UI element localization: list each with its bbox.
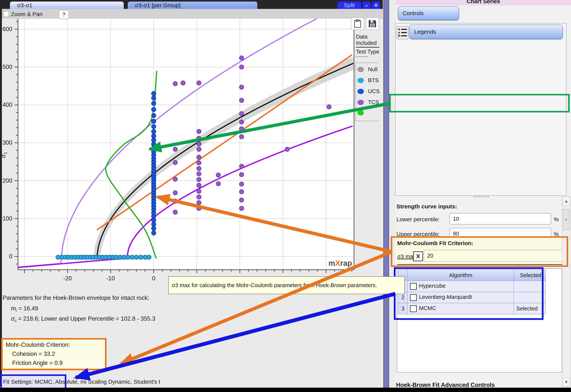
plus-label: + — [374, 1, 378, 9]
legend-title: Data Included Test Type — [356, 34, 379, 57]
svg-text:400: 400 — [2, 101, 12, 108]
zoom-pan-checkbox[interactable] — [3, 11, 9, 17]
help-button[interactable]: ? — [59, 10, 69, 19]
legend-item-blank — [357, 110, 368, 115]
mi-value: mi = 16.49 — [11, 305, 38, 313]
chart-toolbar — [0, 9, 383, 19]
split-decrease-button[interactable]: - — [362, 1, 371, 9]
legend-color-dot — [357, 67, 364, 72]
legend-color-dot — [357, 100, 364, 105]
mxrap-watermark: mXrap — [329, 259, 352, 267]
svg-text:-20: -20 — [63, 275, 72, 282]
legends-button[interactable]: Legends — [409, 25, 563, 39]
sigma3-sigma1-plot[interactable]: -20-1000100200300400500600σ3σ1 — [0, 9, 383, 304]
lower-percentile-label: Lower percentile: — [396, 216, 440, 223]
controls-button[interactable]: Controls — [398, 6, 459, 20]
svg-text:0: 0 — [9, 253, 12, 260]
tab-label: σ3-σ1 [per Group] — [135, 2, 180, 9]
lower-percentile-input[interactable]: 10 — [450, 213, 551, 224]
splitter-dots[interactable] — [474, 196, 489, 198]
split-button[interactable]: Split — [337, 1, 361, 9]
legend-color-dot — [357, 78, 364, 83]
copy-chart-button[interactable] — [351, 17, 364, 30]
save-icon — [368, 19, 376, 28]
cohesion-value: Cohesion = 33.2 — [12, 350, 105, 357]
svg-text:100: 100 — [2, 215, 12, 222]
legends-list-button[interactable] — [396, 26, 409, 39]
sigc-value: σc = 218.6; Lower and Upper Percentile =… — [11, 315, 155, 323]
svg-text:600: 600 — [2, 26, 12, 32]
legends-label: Legends — [414, 28, 436, 35]
fit-settings-text: Fit Settings: MCMC, Absolute, mi Scaling… — [3, 378, 160, 385]
help-label: ? — [62, 12, 65, 18]
chart-series-header: Chart Series — [396, 0, 571, 5]
tab-label: σ3-σ1 — [17, 2, 32, 9]
sigma3max-tooltip: σ3 max for calculating the Mohr-Coulomb … — [168, 276, 405, 294]
list-icon — [398, 28, 407, 38]
legend-item-bts: BTS — [357, 77, 379, 84]
hb-params-title: Parameters for the Hoek-Brown envelope f… — [3, 294, 149, 301]
split-label: Split — [344, 2, 355, 9]
save-chart-button[interactable] — [366, 17, 379, 30]
tab-s3-s1[interactable]: σ3-σ1 — [10, 1, 124, 9]
legend-item-ucs: UCS — [357, 88, 380, 95]
scroll-up-button[interactable]: ▲ — [562, 197, 570, 206]
bottom-bar — [0, 388, 571, 392]
legend-item-label: Null — [368, 66, 377, 72]
mohr-coulomb-criterion-box: Mohr-Coulomb Criterion: Cohesion = 33.2 … — [1, 338, 106, 370]
ucs-distribution-highlight-box — [389, 94, 570, 112]
svg-text:500: 500 — [2, 64, 12, 70]
hb-advanced-controls-caption: Hoek-Brown Fit Advanced Controls — [396, 382, 495, 388]
algorithm-table-highlight-box — [394, 267, 543, 320]
friction-angle-value: Friction Angle = 0.9 — [12, 360, 105, 366]
lower-percent-sign: % — [554, 216, 559, 223]
legend-item-tcs: TCS — [357, 99, 379, 105]
mc-fit-criterion-highlight-box — [391, 236, 568, 267]
legend-item-null: Null — [357, 66, 377, 72]
svg-text:-10: -10 — [106, 275, 115, 282]
legend-item-label: TCS — [368, 99, 379, 105]
lower-percentile-value: 10 — [453, 216, 459, 222]
right-panel-scrollbar[interactable]: ▲ ≡ ▼ — [562, 196, 571, 387]
zoom-pan-label: Zoom & Pan — [11, 11, 43, 17]
clipboard-icon — [354, 19, 361, 28]
legend-item-label: BTS — [368, 77, 379, 84]
tooltip-text: σ3 max for calculating the Mohr-Coulomb … — [172, 282, 377, 288]
strength-inputs-title: Strength curve inputs: — [396, 203, 457, 210]
tab-bar: σ3-σ1 σ3-σ1 [per Group] Split - + — [0, 0, 383, 9]
legend-color-dot — [357, 89, 364, 94]
legend-color-dot — [357, 110, 364, 115]
legend-subtitle: Test Type — [356, 49, 379, 55]
split-increase-button[interactable]: + — [371, 1, 380, 9]
svg-text:0: 0 — [152, 275, 155, 282]
pane-divider[interactable] — [383, 0, 389, 388]
minus-label: - — [365, 1, 368, 10]
legend-item-label: UCS — [368, 88, 380, 95]
scatter-series-bts — [56, 255, 151, 260]
panel-left-edge — [0, 9, 2, 387]
controls-label: Controls — [403, 10, 424, 16]
svg-text:300: 300 — [2, 139, 12, 146]
mc-criterion-title: Mohr-Coulomb Criterion: — [6, 341, 105, 348]
scroll-down-button[interactable]: ▼ — [562, 378, 570, 387]
scroll-thumb[interactable]: ≡ — [563, 209, 570, 230]
svg-text:200: 200 — [2, 177, 12, 184]
upper-percentile-value: 90 — [453, 231, 459, 237]
tab-s3-s1-per-group[interactable]: σ3-σ1 [per Group] — [127, 1, 258, 9]
app-window: σ3-σ1 σ3-σ1 [per Group] Split - + Zoom &… — [0, 0, 571, 392]
